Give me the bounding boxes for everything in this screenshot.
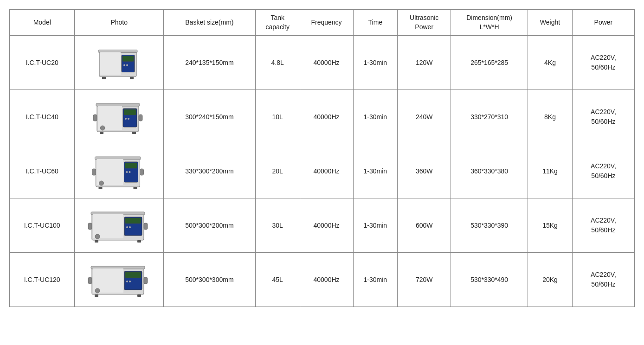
svg-rect-56 — [137, 294, 141, 297]
cell-power: AC220V, 50/60Hz — [572, 144, 634, 198]
header-power: Power — [572, 10, 634, 36]
header-frequency: Frequency — [300, 10, 353, 36]
product-image — [77, 256, 161, 303]
svg-point-30 — [99, 181, 104, 185]
header-ultrasonic-power: Ultrasonic Power — [398, 10, 451, 36]
svg-rect-48 — [125, 272, 141, 278]
svg-point-49 — [126, 281, 128, 282]
cell-model: I.C.T-UC120 — [10, 253, 75, 307]
cell-ultrasonic-power: 120W — [398, 36, 451, 90]
svg-rect-43 — [95, 240, 98, 243]
svg-point-54 — [95, 288, 100, 293]
cell-frequency: 40000Hz — [300, 36, 353, 90]
cell-tank-capacity: 45L — [255, 253, 300, 307]
svg-rect-3 — [122, 56, 134, 62]
svg-rect-12 — [124, 109, 136, 115]
cell-power: AC220V, 50/60Hz — [572, 198, 634, 253]
cell-frequency: 40000Hz — [300, 253, 353, 307]
cell-frequency: 40000Hz — [300, 90, 353, 144]
svg-rect-19 — [100, 132, 103, 134]
svg-rect-24 — [125, 163, 137, 168]
cell-tank-capacity: 20L — [255, 144, 300, 198]
cell-basket-size: 300*240*150mm — [163, 90, 255, 144]
svg-rect-6 — [100, 52, 121, 75]
header-tank-capacity: Tank capacity — [255, 10, 300, 36]
cell-ultrasonic-power: 720W — [398, 253, 451, 307]
cell-basket-size: 500*300*200mm — [163, 198, 255, 253]
svg-rect-52 — [88, 277, 92, 284]
table-wrapper: Model Photo Basket size(mm) Tank capacit… — [9, 9, 635, 307]
cell-tank-capacity: 4.8L — [255, 36, 300, 90]
table-row: I.C.T-UC40 300*240*150mm10L40000Hz1-30mi… — [10, 90, 635, 144]
svg-rect-20 — [132, 132, 136, 134]
cell-time: 1-30min — [353, 36, 398, 90]
cell-model: I.C.T-UC60 — [10, 144, 75, 198]
cell-dimension: 530*330*390 — [451, 198, 528, 253]
cell-time: 1-30min — [353, 253, 398, 307]
cell-frequency: 40000Hz — [300, 198, 353, 253]
cell-weight: 20Kg — [528, 253, 573, 307]
cell-model: I.C.T-UC100 — [10, 198, 75, 253]
svg-point-14 — [128, 118, 129, 120]
cell-time: 1-30min — [353, 144, 398, 198]
svg-rect-36 — [125, 218, 141, 224]
cell-frequency: 40000Hz — [300, 144, 353, 198]
cell-weight: 8Kg — [528, 90, 573, 144]
cell-power: AC220V, 50/60Hz — [572, 90, 634, 144]
table-row: I.C.T-UC120 500*300*300mm45L40000Hz1-30m… — [10, 253, 635, 307]
cell-photo — [75, 36, 164, 90]
svg-point-38 — [129, 226, 131, 228]
cell-dimension: 330*270*310 — [451, 90, 528, 144]
product-image — [77, 39, 161, 86]
product-image — [77, 148, 161, 194]
svg-rect-17 — [139, 115, 142, 121]
cell-weight: 11Kg — [528, 144, 573, 198]
header-dimension: Dimension(mm) L*W*H — [451, 10, 528, 36]
table-row: I.C.T-UC60 330*300*200mm20L40000Hz1-30mi… — [10, 144, 635, 198]
cell-model: I.C.T-UC20 — [10, 36, 75, 90]
product-table: Model Photo Basket size(mm) Tank capacit… — [9, 9, 635, 307]
svg-rect-40 — [88, 223, 92, 230]
svg-rect-53 — [144, 277, 148, 284]
cell-dimension: 360*330*380 — [451, 144, 528, 198]
svg-rect-41 — [144, 223, 148, 230]
svg-point-26 — [129, 171, 131, 173]
cell-tank-capacity: 30L — [255, 198, 300, 253]
header-basket-size: Basket size(mm) — [163, 10, 255, 36]
cell-dimension: 530*330*490 — [451, 253, 528, 307]
svg-rect-31 — [99, 187, 103, 189]
cell-time: 1-30min — [353, 90, 398, 144]
cell-power: AC220V, 50/60Hz — [572, 253, 634, 307]
cell-tank-capacity: 10L — [255, 90, 300, 144]
table-row: I.C.T-UC20 240*135*150mm4.8L40000Hz1-30m… — [10, 36, 635, 90]
svg-point-50 — [129, 281, 131, 282]
cell-photo — [75, 90, 164, 144]
cell-photo — [75, 144, 164, 198]
table-row: I.C.T-UC100 500*300*200mm30L40000Hz1-30m… — [10, 198, 635, 253]
cell-model: I.C.T-UC40 — [10, 90, 75, 144]
svg-rect-8 — [130, 77, 134, 79]
header-weight: Weight — [528, 10, 573, 36]
svg-point-4 — [123, 64, 125, 66]
svg-rect-55 — [95, 294, 98, 297]
cell-dimension: 265*165*285 — [451, 36, 528, 90]
svg-point-37 — [126, 226, 128, 228]
header-model: Model — [10, 10, 75, 36]
cell-photo — [75, 253, 164, 307]
svg-rect-7 — [102, 77, 106, 79]
svg-rect-29 — [140, 169, 144, 175]
svg-rect-44 — [137, 240, 141, 243]
cell-ultrasonic-power: 600W — [398, 198, 451, 253]
cell-ultrasonic-power: 240W — [398, 90, 451, 144]
cell-time: 1-30min — [353, 198, 398, 253]
svg-point-5 — [126, 64, 128, 66]
cell-power: AC220V, 50/60Hz — [572, 36, 634, 90]
svg-rect-28 — [92, 169, 96, 175]
cell-basket-size: 500*300*300mm — [163, 253, 255, 307]
cell-basket-size: 240*135*150mm — [163, 36, 255, 90]
cell-weight: 15Kg — [528, 198, 573, 253]
header-time: Time — [353, 10, 398, 36]
header-photo: Photo — [75, 10, 164, 36]
cell-ultrasonic-power: 360W — [398, 144, 451, 198]
svg-point-25 — [126, 171, 128, 173]
